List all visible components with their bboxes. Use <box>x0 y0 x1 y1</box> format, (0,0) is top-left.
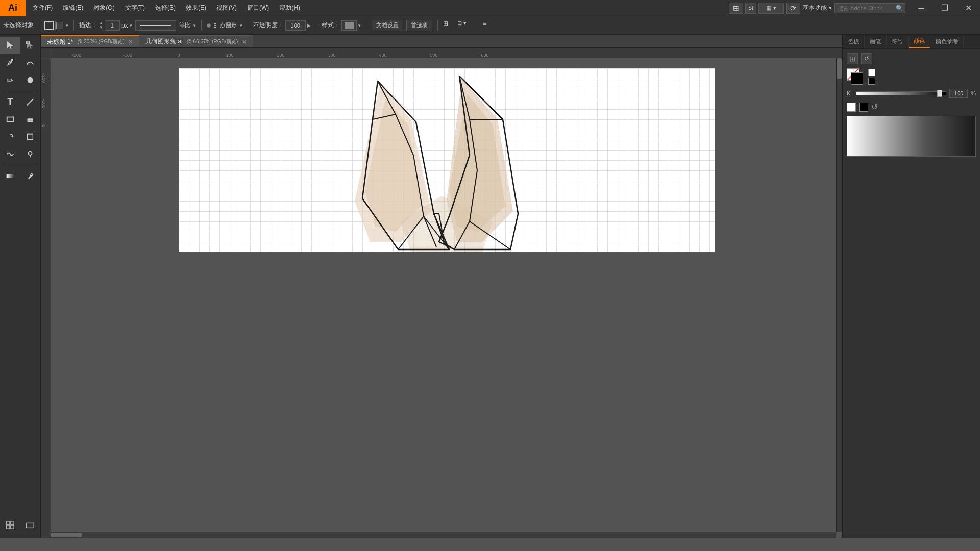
eraser-tool[interactable] <box>20 111 41 128</box>
canvas-column: 未标题-1* @ 200% (RGB/预览) × 几何图形兔.ai @ 66.6… <box>41 35 842 538</box>
tab-untitled[interactable]: 未标题-1* @ 200% (RGB/预览) × <box>41 35 139 47</box>
opacity-arrow[interactable]: ▶ <box>307 23 311 28</box>
style-swatch[interactable] <box>341 20 357 31</box>
pin-tool[interactable] <box>20 145 41 163</box>
style-label: 样式： <box>322 21 340 30</box>
rect-tool[interactable] <box>0 111 20 128</box>
style-dropdown[interactable]: ▾ <box>358 23 361 28</box>
pencil-tool[interactable]: ✏ <box>0 71 20 89</box>
search-icon: 🔍 <box>896 5 903 12</box>
stroke-value-input[interactable] <box>105 20 120 31</box>
canvas-doc <box>51 58 842 538</box>
k-slider-thumb[interactable] <box>937 90 942 97</box>
menu-help[interactable]: 帮助(H) <box>274 0 305 16</box>
bg-swatch[interactable] <box>851 72 863 85</box>
scroll-thumb-v[interactable] <box>837 58 842 79</box>
crop-tool[interactable] <box>20 128 41 145</box>
black-swatch-small[interactable] <box>868 78 875 85</box>
color-mode-btn-1[interactable]: ⊞ <box>847 53 858 64</box>
white-swatch-small[interactable] <box>868 69 875 76</box>
line-tool[interactable] <box>20 93 41 111</box>
menu-file[interactable]: 文件(F) <box>28 0 58 16</box>
doc-settings-button[interactable]: 文档设置 <box>372 20 403 31</box>
align-button-1[interactable]: ⊞ <box>443 20 454 31</box>
menu-view[interactable]: 视图(V) <box>211 0 242 16</box>
scroll-thumb-h[interactable] <box>51 533 82 537</box>
preferences-button[interactable]: 首选项 <box>406 20 432 31</box>
ruler-v: -200 -100 0 <box>41 58 51 538</box>
close-button[interactable]: ✕ <box>957 0 980 16</box>
artboard-grid-tool[interactable] <box>0 516 20 534</box>
panel-tab-symbol[interactable]: 符号 <box>887 35 909 48</box>
tool-sep-1 <box>5 91 36 91</box>
panel-tab-color-ref[interactable]: 颜色参考 <box>930 35 964 48</box>
stroke-color-swatch[interactable] <box>44 21 54 30</box>
panel-tab-swatch[interactable]: 色板 <box>843 35 865 48</box>
stroke-down[interactable]: ▼ <box>99 26 103 30</box>
tab-close-2[interactable]: × <box>242 38 246 46</box>
tool-row-pen <box>0 54 40 71</box>
svg-marker-0 <box>7 41 13 49</box>
tool-row-warp <box>0 145 40 163</box>
k-value-input[interactable] <box>949 89 968 98</box>
svg-point-3 <box>11 59 13 61</box>
stroke-unit-dropdown[interactable]: ▾ <box>130 23 132 28</box>
dot-shape-dropdown[interactable]: ▾ <box>240 23 242 28</box>
type-tool[interactable]: T <box>0 93 20 111</box>
tool-row-select <box>0 37 40 54</box>
white-color-btn[interactable] <box>847 103 856 112</box>
layout-icon[interactable]: ▦ ▾ <box>758 3 784 14</box>
icon-btn-1[interactable]: ⊞ <box>729 3 743 14</box>
search-input[interactable] <box>834 3 905 13</box>
menu-edit[interactable]: 编辑(E) <box>58 0 88 16</box>
fg-bg-swatch[interactable] <box>847 68 863 85</box>
align-button-2[interactable]: ⊟ ▾ <box>457 20 480 31</box>
opacity-input[interactable] <box>285 20 306 31</box>
line-style-preview[interactable] <box>135 20 176 31</box>
rotate-tool[interactable] <box>0 128 20 145</box>
dropdown-arrow[interactable]: ▾ <box>66 23 68 28</box>
black-color-btn[interactable] <box>859 103 868 112</box>
gradient-tool[interactable] <box>0 167 20 185</box>
reset-label[interactable]: ↺ <box>871 102 878 112</box>
menu-effect[interactable]: 效果(E) <box>181 0 211 16</box>
canvas-area: -200 -100 0 100 200 300 400 500 600 -200… <box>41 48 842 538</box>
tab-geom-rabbit[interactable]: 几何图形兔.ai @ 66.67% (RGB/预览) × <box>139 35 253 47</box>
k-percent: % <box>971 90 976 96</box>
direct-select-tool[interactable] <box>20 37 41 54</box>
align-button-3[interactable]: ≡ <box>483 20 494 31</box>
fill-color-swatch[interactable] <box>55 21 64 30</box>
menu-window[interactable]: 窗口(W) <box>242 0 274 16</box>
svg-rect-19 <box>7 525 10 529</box>
menu-object[interactable]: 对象(O) <box>88 0 119 16</box>
curvature-tool[interactable] <box>20 54 41 71</box>
select-tool[interactable] <box>0 37 20 54</box>
tab-close-1[interactable]: × <box>129 38 133 46</box>
stock-icon[interactable]: St <box>745 3 756 14</box>
svg-rect-6 <box>7 117 13 122</box>
minimize-button[interactable]: ─ <box>910 0 933 16</box>
warp-tool[interactable] <box>0 145 20 163</box>
canvas-scrollbar-v[interactable] <box>836 58 842 532</box>
color-swatches-row: ↺ <box>847 102 976 112</box>
k-slider[interactable] <box>856 91 946 95</box>
panel-tab-brush[interactable]: 画笔 <box>865 35 887 48</box>
eyedrop-tool[interactable] <box>20 167 41 185</box>
artboard-rect-tool[interactable] <box>20 516 41 534</box>
menu-select[interactable]: 选择(S) <box>150 0 181 16</box>
canvas-scrollbar-h[interactable] <box>51 532 836 538</box>
options-bar: 未选择对象 ▾ 描边： ▲ ▼ px ▾ 等比 ▾ 5 点圆形 ▾ 不透明度： … <box>0 16 980 35</box>
panel-tab-color[interactable]: 颜色 <box>909 35 930 48</box>
sync-icon[interactable]: ⟳ <box>786 3 800 14</box>
workspace-dropdown[interactable]: ▾ <box>829 5 832 11</box>
selection-label: 未选择对象 <box>3 21 34 30</box>
tab-label-1: 未标题-1* <box>47 38 73 46</box>
restore-button[interactable]: ❐ <box>933 0 957 16</box>
menu-text[interactable]: 文字(T) <box>120 0 150 16</box>
blob-tool[interactable] <box>20 71 41 89</box>
right-panel: 色板 画笔 符号 颜色 颜色参考 ⊞ ↺ <box>842 35 980 538</box>
line-style-dropdown[interactable]: ▾ <box>193 23 196 28</box>
tab-detail-1: @ 200% (RGB/预览) <box>77 38 124 45</box>
pen-tool[interactable] <box>0 54 20 71</box>
color-mode-btn-2[interactable]: ↺ <box>861 53 872 64</box>
